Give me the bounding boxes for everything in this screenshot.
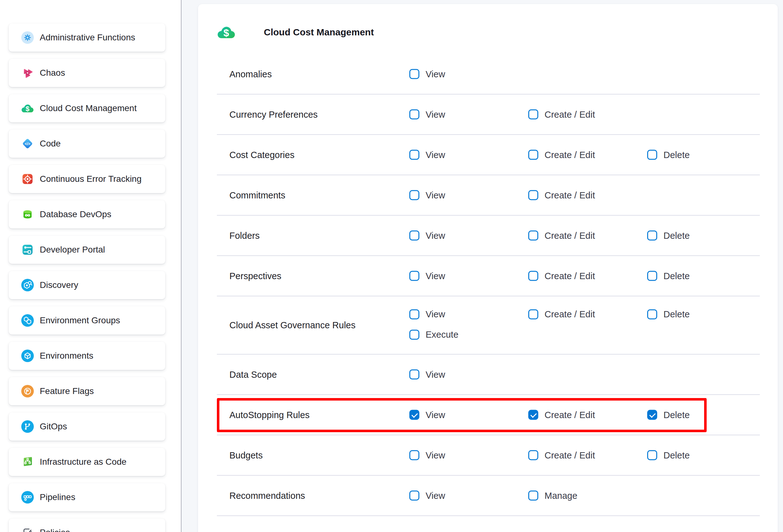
sidebar-item-developer-portal[interactable]: Developer Portal bbox=[9, 236, 165, 264]
permission-row-currency-preferences: Currency PreferencesViewCreate / Edit bbox=[217, 95, 760, 135]
checkbox-create-edit-commitments[interactable] bbox=[528, 190, 538, 200]
permission-create-edit-cost-categories: Create / Edit bbox=[528, 150, 595, 160]
permission-create-edit-currency-preferences: Create / Edit bbox=[528, 109, 595, 120]
permission-label: Delete bbox=[663, 450, 690, 460]
sidebar-item-environments[interactable]: Environments bbox=[9, 342, 165, 370]
sidebar-item-cloud-cost-management[interactable]: $Cloud Cost Management bbox=[9, 94, 165, 122]
sidebar-item-label: GitOps bbox=[40, 421, 67, 432]
checkbox-create-edit-cost-categories[interactable] bbox=[528, 150, 538, 160]
checkbox-view-cloud-asset-governance-rules[interactable] bbox=[409, 309, 419, 319]
sidebar-item-label: Policies bbox=[40, 528, 70, 532]
sidebar-item-policies[interactable]: Policies bbox=[9, 519, 165, 532]
permission-line: View bbox=[217, 54, 760, 94]
permission-row-recommendations: RecommendationsViewManage bbox=[217, 476, 760, 516]
sidebar-item-label: Infrastructure as Code bbox=[40, 457, 126, 467]
permission-line: ViewCreate / EditDelete bbox=[217, 256, 760, 296]
checkbox-create-edit-cloud-asset-governance-rules[interactable] bbox=[528, 309, 538, 319]
policy-check-icon bbox=[21, 526, 34, 532]
sidebar-item-feature-flags[interactable]: Feature Flags bbox=[9, 377, 165, 405]
sidebar-item-label: Environment Groups bbox=[40, 315, 120, 325]
permission-label: View bbox=[426, 271, 445, 281]
permission-label: Delete bbox=[663, 271, 690, 281]
permission-label: View bbox=[426, 450, 445, 460]
checkbox-create-edit-budgets[interactable] bbox=[528, 450, 538, 460]
checkbox-view-cost-categories[interactable] bbox=[409, 150, 419, 160]
sidebar-item-list: Administrative FunctionsChaos$Cloud Cost… bbox=[0, 24, 181, 532]
checkbox-create-edit-folders[interactable] bbox=[528, 231, 538, 241]
permission-line: View bbox=[217, 354, 760, 394]
checkbox-view-data-scope[interactable] bbox=[409, 370, 419, 380]
checkbox-delete-budgets[interactable] bbox=[647, 450, 657, 460]
checkbox-view-recommendations[interactable] bbox=[409, 491, 419, 501]
permission-view-cloud-asset-governance-rules: View bbox=[409, 309, 445, 319]
permission-label: Delete bbox=[663, 410, 690, 420]
permission-label: Create / Edit bbox=[544, 450, 595, 460]
checkbox-create-edit-perspectives[interactable] bbox=[528, 271, 538, 281]
svg-text:$: $ bbox=[26, 105, 29, 113]
checkbox-manage-recommendations[interactable] bbox=[528, 491, 538, 501]
checkbox-delete-autostopping-rules[interactable] bbox=[647, 410, 657, 420]
permission-delete-folders: Delete bbox=[647, 230, 690, 241]
permission-delete-cost-categories: Delete bbox=[647, 150, 690, 160]
sidebar-item-discovery[interactable]: Discovery bbox=[9, 271, 165, 299]
permission-create-edit-budgets: Create / Edit bbox=[528, 450, 595, 460]
checkbox-view-perspectives[interactable] bbox=[409, 271, 419, 281]
permission-row-commitments: CommitmentsViewCreate / Edit bbox=[217, 175, 760, 216]
permission-view-perspectives: View bbox=[409, 271, 445, 281]
checkbox-delete-folders[interactable] bbox=[647, 231, 657, 241]
checkbox-delete-cost-categories[interactable] bbox=[647, 150, 657, 160]
permission-create-edit-perspectives: Create / Edit bbox=[528, 271, 595, 281]
permission-label: View bbox=[426, 369, 445, 380]
hexagon-magnifier-icon bbox=[21, 279, 34, 291]
permission-line: ViewCreate / EditDelete bbox=[217, 304, 760, 324]
portal-circuit-icon bbox=[21, 244, 34, 256]
permission-label: Delete bbox=[663, 230, 690, 241]
checkbox-delete-perspectives[interactable] bbox=[647, 271, 657, 281]
flag-icon bbox=[21, 385, 34, 398]
checkbox-view-currency-preferences[interactable] bbox=[409, 109, 419, 120]
checkbox-create-edit-currency-preferences[interactable] bbox=[528, 109, 538, 120]
sidebar-item-continuous-error-tracking[interactable]: Continuous Error Tracking bbox=[9, 165, 165, 193]
permission-view-data-scope: View bbox=[409, 369, 445, 380]
checkbox-execute-cloud-asset-governance-rules[interactable] bbox=[409, 330, 419, 340]
checkbox-view-commitments[interactable] bbox=[409, 190, 419, 200]
permission-view-commitments: View bbox=[409, 190, 445, 200]
code-diamond-icon: </> bbox=[21, 137, 34, 150]
checkbox-view-autostopping-rules[interactable] bbox=[409, 410, 419, 420]
permission-label: Create / Edit bbox=[544, 150, 595, 160]
permission-label: Delete bbox=[663, 150, 690, 160]
checkbox-view-folders[interactable] bbox=[409, 231, 419, 241]
sidebar-item-chaos[interactable]: Chaos bbox=[9, 59, 165, 87]
circuit-flag-icon bbox=[21, 456, 34, 468]
checkbox-view-anomalies[interactable] bbox=[409, 69, 419, 79]
permission-row-cloud-asset-governance-rules: Cloud Asset Governance RulesViewCreate /… bbox=[217, 296, 760, 354]
sidebar-item-label: Discovery bbox=[40, 280, 78, 290]
permission-manage-recommendations: Manage bbox=[528, 490, 577, 501]
permission-label: View bbox=[426, 230, 445, 241]
sidebar-item-label: Database DevOps bbox=[40, 209, 112, 219]
sidebar-item-environment-groups[interactable]: Environment Groups bbox=[9, 306, 165, 335]
permission-delete-budgets: Delete bbox=[647, 450, 690, 460]
sidebar-item-label: Administrative Functions bbox=[40, 33, 135, 42]
permission-line: ViewCreate / EditDelete bbox=[217, 435, 760, 475]
sidebar-item-code[interactable]: </>Code bbox=[9, 130, 165, 158]
permission-line: ViewManage bbox=[217, 476, 760, 515]
sidebar-item-pipelines[interactable]: Pipelines bbox=[9, 483, 165, 511]
sidebar-item-label: Environments bbox=[40, 351, 93, 361]
sidebar-item-infrastructure-as-code[interactable]: Infrastructure as Code bbox=[9, 448, 165, 476]
sidebar-item-gitops[interactable]: GitOps bbox=[9, 412, 165, 441]
checkbox-delete-cloud-asset-governance-rules[interactable] bbox=[647, 309, 657, 319]
permission-line: ViewCreate / EditDelete bbox=[217, 395, 760, 435]
sidebar-item-database-devops[interactable]: Database DevOps bbox=[9, 200, 165, 228]
checkbox-create-edit-autostopping-rules[interactable] bbox=[528, 410, 538, 420]
permission-line: ViewCreate / EditDelete bbox=[217, 216, 760, 255]
sidebar-item-administrative-functions[interactable]: Administrative Functions bbox=[9, 24, 165, 52]
permission-view-cost-categories: View bbox=[409, 150, 445, 160]
permission-line: ViewCreate / Edit bbox=[217, 175, 760, 215]
permission-create-edit-folders: Create / Edit bbox=[528, 230, 595, 241]
permission-create-edit-autostopping-rules: Create / Edit bbox=[528, 410, 595, 420]
permission-row-budgets: BudgetsViewCreate / EditDelete bbox=[217, 435, 760, 476]
permission-label: View bbox=[426, 150, 445, 160]
checkbox-view-budgets[interactable] bbox=[409, 450, 419, 460]
permission-label: Create / Edit bbox=[544, 410, 595, 420]
